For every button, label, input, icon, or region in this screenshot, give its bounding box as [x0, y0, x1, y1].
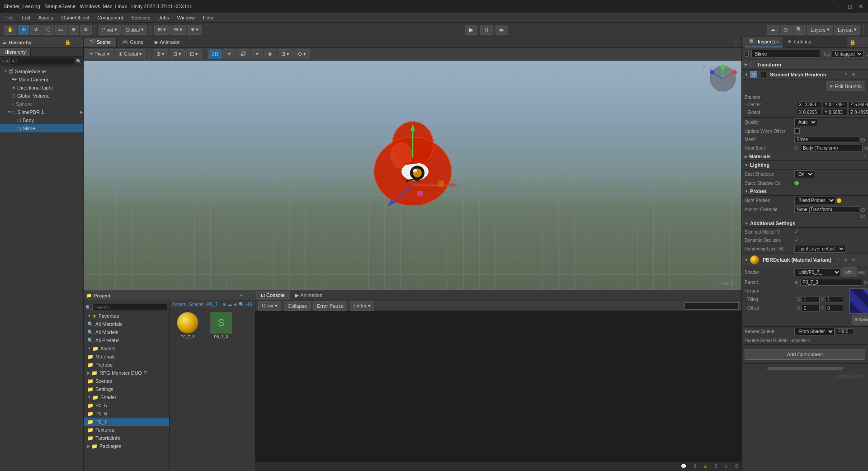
light-probes-select[interactable]: Blend Probes — [794, 197, 835, 204]
project-materials-folder[interactable]: 📁 Materials — [84, 353, 169, 361]
editor-btn[interactable]: Editor ▾ — [350, 301, 374, 311]
hierarchy-item-slimepbr[interactable]: ▼ ⬡ SlimePBR 1 ▶ — [0, 108, 83, 116]
probes-header[interactable]: ▼ Probes — [742, 187, 868, 196]
tag-select[interactable]: Untagged — [832, 50, 863, 58]
mesh-target-icon[interactable]: ⊙ — [861, 137, 865, 143]
edit-bounds-btn[interactable]: ⊡ Edit Bounds — [826, 81, 865, 91]
hidden-scene-btn[interactable]: 👁 — [264, 49, 276, 59]
hierarchy-item-slime[interactable]: ⬡ Slime — [0, 124, 83, 132]
material-settings-btn[interactable]: ⚙ — [850, 257, 857, 263]
select-texture-btn[interactable]: ⊕ Select — [852, 315, 868, 325]
offset-x-field[interactable] — [802, 305, 820, 311]
project-prefabs-folder[interactable]: 📁 Prefabs — [84, 361, 169, 369]
hierarchy-tab[interactable]: Hierarchy — [0, 48, 31, 56]
material-info-btn[interactable]: ? — [835, 257, 840, 263]
grid3-scene-btn[interactable]: ⊞ ▾ — [186, 49, 202, 59]
inspector-tab[interactable]: 🔍 Inspector — [745, 37, 783, 47]
console-tab[interactable]: ⊡Console — [255, 291, 290, 300]
custom-tool-btn[interactable]: ⚙ — [80, 25, 92, 35]
snap-btn[interactable]: ⊞ ▾ — [154, 25, 170, 35]
transform-header[interactable]: ▶ ⬡ Transform — [742, 60, 868, 69]
project-favorites-header[interactable]: ▼ ★ Favorites — [84, 312, 169, 320]
project-p06-folder[interactable]: 📁 P0_6 — [84, 410, 169, 418]
project-all-models[interactable]: 🔍 All Models — [84, 328, 169, 336]
parent-target-icon[interactable]: ⊙ — [863, 279, 868, 286]
tiling-y-field[interactable] — [825, 296, 843, 303]
hierarchy-item-dirlight[interactable]: ☀ Directional Light — [0, 84, 83, 92]
material-menu-btn[interactable]: ⋮ — [859, 257, 865, 263]
project-shader-folder[interactable]: ▼ 📁 Shader — [84, 393, 169, 401]
hierarchy-item-samplescene[interactable]: ▼ 🎬 SampleScene ⋮ — [0, 67, 83, 75]
collab-btn[interactable]: ◷ — [780, 25, 792, 35]
light-scene-btn[interactable]: ☀ — [223, 49, 235, 59]
smr-info-btn[interactable]: ? — [844, 72, 849, 77]
render-queue-value[interactable] — [836, 328, 854, 335]
hierarchy-item-body[interactable]: ⬡ Body — [0, 116, 83, 124]
extent-x-field[interactable] — [797, 109, 822, 116]
hierarchy-item-maincamera[interactable]: 📷 Main Camera — [0, 75, 83, 84]
extent-z-field[interactable] — [849, 109, 868, 116]
add-component-btn[interactable]: Add Component — [745, 349, 865, 360]
console-search-input[interactable] — [684, 302, 739, 310]
menu-assets[interactable]: Assets — [35, 14, 57, 21]
animator-tab[interactable]: ▶Animator — [149, 38, 185, 47]
project-p07-folder[interactable]: 📁 P0_7 — [84, 418, 169, 426]
animation-tab[interactable]: ▶Animation — [290, 291, 328, 300]
gizmos-scene-btn[interactable]: ⊕ ▾ — [294, 49, 310, 59]
shader-select[interactable]: Unlit/P0_7_ — [794, 268, 841, 276]
grid2-scene-btn[interactable]: ⊞ ▾ — [170, 49, 185, 59]
hierarchy-menu-btn[interactable]: ⋮ — [74, 38, 80, 46]
project-tutorialinfo-folder[interactable]: 📁 TutorialInfo — [84, 434, 169, 442]
effects-scene-btn[interactable]: ✦ — [251, 49, 263, 59]
lighting-tab[interactable]: ☀ Lighting — [783, 37, 816, 47]
smr-header[interactable]: ▼ ⬡ Skinned Mesh Renderer ? ⚙ ⋮ — [742, 70, 868, 80]
project-all-materials[interactable]: 🔍 All Materials — [84, 320, 169, 328]
hierarchy-item-globalvolume[interactable]: ⬡ Global Volume — [0, 92, 83, 100]
console-menu-btn[interactable]: ⋮ — [731, 292, 741, 298]
game-tab[interactable]: 🎮Game — [117, 38, 149, 47]
menu-edit[interactable]: Edit — [18, 14, 34, 21]
edit-shader-btn[interactable]: Edit... — [842, 267, 857, 277]
skinned-motion-check[interactable]: ✓ — [794, 229, 799, 235]
project-scenes-folder[interactable]: 📁 Scenes — [84, 377, 169, 385]
breadcrumb-icon3[interactable]: ★ — [233, 302, 237, 307]
smr-menu-btn[interactable]: ⋮ — [859, 72, 865, 77]
move-tool-btn[interactable]: ✛ — [18, 25, 29, 35]
breadcrumb-p07[interactable]: P0_7 — [207, 302, 217, 307]
materials-header[interactable]: ▶ Materials 1 — [742, 152, 868, 161]
global-scene-btn[interactable]: ⊕ Global ▾ — [115, 49, 146, 59]
layers-btn[interactable]: Layers ▾ — [807, 25, 833, 35]
project-search-input[interactable] — [92, 304, 167, 311]
inspector-lock-btn[interactable]: 🔒 — [849, 38, 857, 46]
anchor-target-icon[interactable]: ⊙ — [861, 207, 865, 213]
minimize-btn[interactable]: ─ — [835, 3, 843, 10]
smr-enabled-cb[interactable] — [761, 72, 766, 77]
smr-settings-btn[interactable]: ⚙ — [850, 72, 857, 77]
pivot-btn[interactable]: Pivot ▾ — [99, 25, 121, 35]
asset-p073-material[interactable]: P0_7_3 — [173, 312, 202, 339]
overlay-scene-btn[interactable]: ⊞ ▾ — [278, 49, 293, 59]
mesh-field[interactable] — [794, 136, 859, 143]
center-z-field[interactable] — [849, 101, 868, 108]
render-queue-select[interactable]: From Shader — [794, 328, 835, 335]
2d-btn[interactable]: 2D — [208, 49, 222, 59]
object-active-cb[interactable] — [745, 51, 749, 57]
step-btn[interactable]: ⏭ — [495, 25, 508, 35]
hierarchy-plus-icon[interactable]: + — [2, 59, 5, 64]
menu-jobs[interactable]: Jobs — [155, 14, 173, 21]
project-packages-header[interactable]: ▶ 📁 Packages — [84, 442, 169, 450]
rotate-tool-btn[interactable]: ↺ — [30, 25, 42, 35]
center-x-field[interactable] — [797, 101, 822, 108]
tiling-x-field[interactable] — [802, 296, 820, 303]
play-btn[interactable]: ▶ — [465, 25, 477, 35]
breadcrumb-icon2[interactable]: ☁ — [227, 302, 232, 307]
inspector-menu-btn[interactable]: ⋮ — [859, 38, 865, 46]
close-btn[interactable]: ✕ — [857, 3, 864, 10]
scene-menu-icon[interactable]: ⋮ — [79, 69, 83, 74]
hierarchy-item-sphere[interactable]: ○ Sphere — [0, 100, 83, 108]
project-settings-folder[interactable]: 📁 Settings — [84, 385, 169, 393]
project-menu-btn[interactable]: ⋮ — [245, 292, 252, 299]
project-all-prefabs[interactable]: 🔍 All Prefabs — [84, 336, 169, 344]
menu-component[interactable]: Component — [94, 14, 127, 21]
search-toolbar-btn[interactable]: 🔍 — [793, 25, 806, 35]
